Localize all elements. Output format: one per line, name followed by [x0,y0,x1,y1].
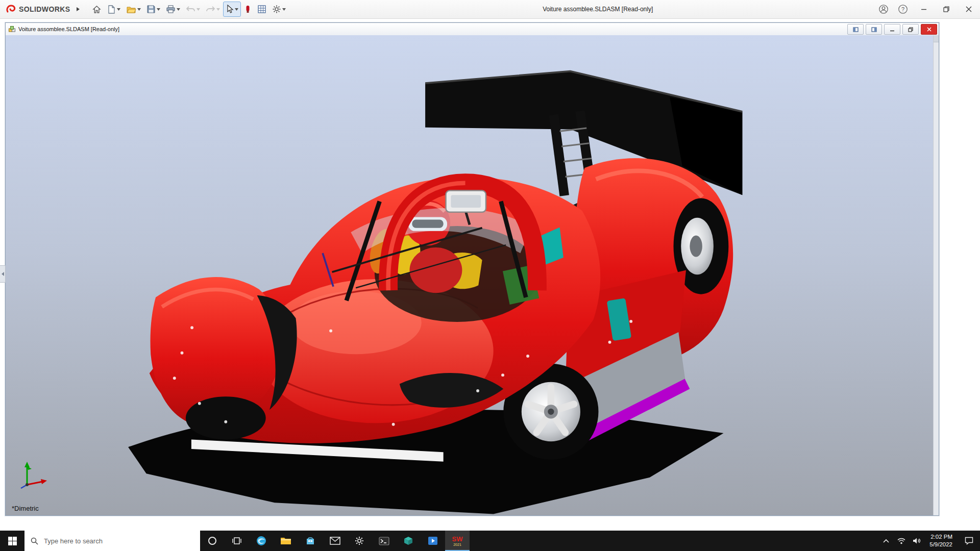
car-3d-model[interactable] [6,35,939,515]
dropdown-caret-icon[interactable] [177,8,180,11]
dropdown-caret-icon[interactable] [117,8,120,11]
toolbar-expand-arrow[interactable] [74,3,82,15]
pane-right-button[interactable] [866,24,882,35]
new-document-button[interactable] [105,2,123,17]
select-tool-button[interactable] [223,2,241,17]
app-window-controls: ? [874,0,980,18]
document-title: Voiture assomblee.SLDASM [Read-only] [18,26,119,32]
orientation-triad-icon[interactable] [16,460,53,490]
dropdown-caret-icon[interactable] [282,8,286,11]
brand-name: SOLIDWORKS [19,5,70,13]
windows-taskbar: SW 2021 2:02 PM 5/9/2022 [0,531,980,551]
taskbar-clock[interactable]: 2:02 PM 5/9/2022 [924,531,958,551]
solidworks-logo: SOLIDWORKS [0,4,74,15]
document-window-controls [847,24,937,35]
dassault-systemes-logo-icon [5,4,16,15]
print-button[interactable] [163,2,183,17]
solidworks-taskbar-icon[interactable]: SW 2021 [445,531,470,551]
search-icon [31,537,38,545]
options-button[interactable] [270,2,288,17]
appearance-button[interactable] [241,2,254,17]
panel-collapse-tab[interactable] [0,265,6,283]
view-orientation-label: *Dimetric [12,505,39,512]
settings-icon[interactable] [347,531,372,551]
account-button[interactable] [874,0,893,18]
edge-icon[interactable] [249,531,274,551]
search-input[interactable] [43,537,194,545]
mail-icon[interactable] [323,531,347,551]
taskbar-search[interactable] [24,531,200,551]
dropdown-caret-icon[interactable] [197,8,200,11]
solidworks-icon-label: SW [452,536,463,542]
3d-viewer-icon[interactable] [396,531,421,551]
redo-button[interactable] [203,2,223,17]
hidden-icons-chevron[interactable] [878,531,894,551]
terminal-icon[interactable] [372,531,396,551]
clock-date: 5/9/2022 [929,541,952,548]
file-explorer-icon[interactable] [274,531,298,551]
undo-button[interactable] [183,2,203,17]
network-icon[interactable] [894,531,909,551]
clock-time: 2:02 PM [930,533,952,541]
restore-button[interactable] [935,0,958,18]
start-button[interactable] [0,531,24,551]
dropdown-caret-icon[interactable] [137,8,141,11]
solidworks-icon-year: 2021 [453,543,461,546]
document-window: Voiture assomblee.SLDASM [Read-only] [5,22,939,516]
viewport-scrollbar[interactable] [933,35,939,515]
solidworks-app-window: SOLIDWORKS [0,0,980,551]
doc-close-button[interactable] [921,24,937,35]
dropdown-caret-icon[interactable] [235,8,238,11]
dropdown-caret-icon[interactable] [216,8,220,11]
quick-access-toolbar [89,2,288,17]
volume-icon[interactable] [909,531,924,551]
home-button[interactable] [89,2,104,17]
pane-left-button[interactable] [847,24,864,35]
close-button[interactable] [958,0,980,18]
minimize-button[interactable] [913,0,935,18]
doc-minimize-button[interactable] [884,24,900,35]
task-view-button[interactable] [225,531,249,551]
media-app-icon[interactable] [421,531,445,551]
evaluate-table-button[interactable] [255,2,269,17]
app-titlebar: SOLIDWORKS [0,0,980,19]
cortana-button[interactable] [200,531,225,551]
save-button[interactable] [144,2,163,17]
document-titlebar[interactable]: Voiture assomblee.SLDASM [Read-only] [6,23,939,36]
action-center-button[interactable] [958,531,980,551]
open-button[interactable] [124,2,143,17]
app-title: Voiture assomblee.SLDASM [Read-only] [543,6,653,13]
dropdown-caret-icon[interactable] [157,8,160,11]
help-button[interactable]: ? [893,0,913,18]
system-tray: 2:02 PM 5/9/2022 [878,531,980,551]
help-glyph: ? [901,6,904,12]
assembly-document-icon [8,26,16,33]
scrollbar-button[interactable] [934,35,939,42]
3d-viewport[interactable]: *Dimetric [6,35,939,515]
doc-restore-button[interactable] [902,24,919,35]
store-icon[interactable] [298,531,323,551]
